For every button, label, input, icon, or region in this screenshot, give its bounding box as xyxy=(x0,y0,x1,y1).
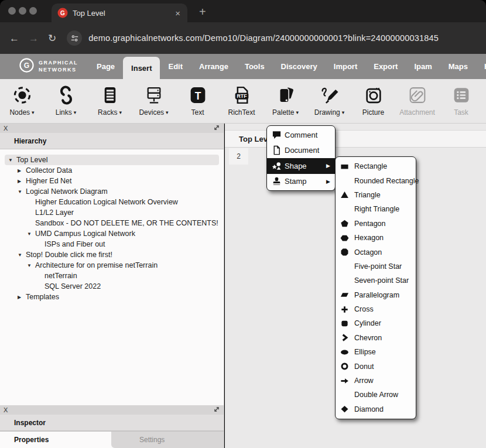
site-info-button[interactable] xyxy=(67,30,82,46)
menu-insert[interactable]: Insert xyxy=(123,57,160,79)
context-menu-item-document[interactable]: Document xyxy=(267,143,335,159)
shape-menu-item-rounded-rectangle[interactable]: Rounded Rectangle xyxy=(336,173,416,187)
shape-menu-item-diamond[interactable]: Diamond xyxy=(336,402,416,416)
shape-menu-item-double-arrow[interactable]: Double Arrow xyxy=(336,388,416,402)
tree-item-label: Logical Network Diagram xyxy=(26,187,108,196)
window-close-button[interactable] xyxy=(8,7,16,15)
url-text[interactable]: demo.graphicalnetworks.com/Demo10/Diagra… xyxy=(88,33,439,43)
tree-item-sandbox-do-not-delete-me-or-the-contents[interactable]: ▼Sandbox - DO NOT DELETE ME, OR THE CONT… xyxy=(0,218,224,228)
shape-menu-item-octagon[interactable]: Octagon xyxy=(336,245,416,259)
tool-drawing[interactable]: Drawing▾ xyxy=(307,79,351,123)
inspector-close-button[interactable]: X xyxy=(4,406,8,413)
text-icon: T xyxy=(187,84,208,105)
shape-menu-item-chevron[interactable]: Chevron xyxy=(336,331,416,345)
tree-item-l1-l2-layer[interactable]: ▼L1/L2 Layer xyxy=(0,207,224,218)
devices-icon xyxy=(143,84,165,105)
tree-item-sql-server-2022[interactable]: ▼SQL Server 2022 xyxy=(0,281,224,292)
inspector-resize-icon[interactable] xyxy=(213,406,220,414)
shape-menu-item-arrow[interactable]: Arrow xyxy=(336,374,416,388)
pentagon-icon xyxy=(340,219,354,228)
tree-item-collector-data[interactable]: ▶Collector Data xyxy=(0,165,224,176)
tree-expanded-icon[interactable]: ▼ xyxy=(8,158,16,163)
tree-item-label: Collector Data xyxy=(26,166,72,175)
hierarchy-resize-icon[interactable] xyxy=(213,124,220,132)
cross-icon xyxy=(340,305,354,314)
tree-expanded-icon[interactable]: ▼ xyxy=(27,263,35,268)
shape-menu-item-hexagon[interactable]: Hexagon xyxy=(336,231,416,245)
menu-ipam[interactable]: Ipam xyxy=(406,54,440,79)
window-zoom-button[interactable] xyxy=(29,7,37,15)
inspector-tab-settings[interactable]: Settings xyxy=(111,432,224,448)
shape-menu-item-parallelogram[interactable]: Parallelogram xyxy=(336,288,416,302)
menu-export[interactable]: Export xyxy=(365,54,406,79)
shape-menu-item-five-point-star[interactable]: Five-point Star xyxy=(336,259,416,273)
menu-edit[interactable]: Edit xyxy=(160,54,191,79)
submenu-arrow-icon: ▶ xyxy=(326,179,330,184)
tool-racks[interactable]: Racks▾ xyxy=(88,79,132,123)
page-tab[interactable]: 2 xyxy=(229,148,248,165)
tool-picture[interactable]: Picture xyxy=(351,79,395,123)
tool-label: Palette xyxy=(272,108,294,117)
menu-page[interactable]: Page xyxy=(88,54,123,79)
site-favicon-icon: G xyxy=(57,8,68,18)
tree-item-umd-campus-logical-network[interactable]: ▼UMD Campus Logical Network xyxy=(0,228,224,239)
back-icon[interactable]: ← xyxy=(9,33,19,43)
tree-item-architecture-for-on-premise-netterrain[interactable]: ▼Architecture for on premise netTerrain xyxy=(0,260,224,271)
tool-links[interactable]: Links▾ xyxy=(44,79,88,123)
links-icon xyxy=(55,84,77,105)
parallelogram-icon xyxy=(340,290,354,300)
tool-palette[interactable]: Palette▾ xyxy=(263,79,307,123)
graphical-networks-logo-icon: G xyxy=(19,57,35,76)
hierarchy-close-button[interactable]: X xyxy=(4,125,8,132)
browser-tab[interactable]: G Top Level × xyxy=(52,4,187,22)
window-minimize-button[interactable] xyxy=(19,7,26,15)
shape-menu-item-seven-point-star[interactable]: Seven-point Star xyxy=(336,273,416,288)
menu-tools[interactable]: Tools xyxy=(237,54,273,79)
caret-down-icon: ▾ xyxy=(119,110,122,115)
tree-item-isps-and-fiber-out[interactable]: ▼ISPs and Fiber out xyxy=(0,239,224,249)
forward-icon[interactable]: → xyxy=(29,33,39,43)
tree-collapsed-icon[interactable]: ▶ xyxy=(18,295,26,300)
shape-menu-item-ellipse[interactable]: Ellipse xyxy=(336,345,416,359)
context-menu-item-shape[interactable]: Shape▶ xyxy=(267,158,335,174)
tree-expanded-icon[interactable]: ▼ xyxy=(18,252,26,258)
shape-menu-item-cross[interactable]: Cross xyxy=(336,302,416,316)
shape-menu-item-donut[interactable]: Donut xyxy=(336,359,416,373)
shape-menu-item-cylinder[interactable]: Cylinder xyxy=(336,316,416,330)
tree-item-stop-double-click-me-first[interactable]: ▼Stop! Double click me first! xyxy=(0,249,224,260)
tree-expanded-icon[interactable]: ▼ xyxy=(18,189,26,194)
context-menu-item-stamp[interactable]: Stamp▶ xyxy=(267,174,335,190)
tree-item-templates[interactable]: ▶Templates xyxy=(0,292,224,302)
menu-import[interactable]: Import xyxy=(326,54,365,79)
tree-collapsed-icon[interactable]: ▶ xyxy=(18,179,26,184)
new-tab-button[interactable]: + xyxy=(196,5,210,19)
tree-item-netterrain[interactable]: ▼netTerrain xyxy=(0,271,224,281)
menu-help[interactable]: Help xyxy=(476,54,486,79)
tool-richtext[interactable]: RTFRichText xyxy=(220,79,263,123)
context-menu-item-comment[interactable]: Comment xyxy=(267,127,335,143)
shape-menu-item-rectangle[interactable]: Rectangle xyxy=(336,159,416,173)
menu-discovery[interactable]: Discovery xyxy=(273,54,326,79)
reload-icon[interactable]: ↻ xyxy=(48,33,56,43)
svg-text:T: T xyxy=(194,90,201,101)
tree-expanded-icon[interactable]: ▼ xyxy=(27,231,35,237)
tree-item-higher-education-logical-network-overview[interactable]: ▼Higher Education Logical Network Overvi… xyxy=(0,197,224,207)
inspector-tab-properties[interactable]: Properties xyxy=(0,432,111,448)
shape-menu-item-right-triangle[interactable]: Right Triangle xyxy=(336,202,416,216)
tree-item-top-level[interactable]: ▼Top Level xyxy=(5,155,219,165)
shape-menu-item-triangle[interactable]: Triangle xyxy=(336,188,416,202)
tool-devices[interactable]: Devices▾ xyxy=(132,79,176,123)
tool-text[interactable]: TText xyxy=(176,79,220,123)
tab-close-button[interactable]: × xyxy=(174,8,182,19)
window-controls[interactable] xyxy=(8,7,37,15)
tool-label-row: RichText xyxy=(228,108,255,117)
tool-label-row: Devices▾ xyxy=(139,108,168,117)
menu-maps[interactable]: Maps xyxy=(440,54,476,79)
shape-menu-item-pentagon[interactable]: Pentagon xyxy=(336,217,416,231)
tree-collapsed-icon[interactable]: ▶ xyxy=(18,168,26,173)
tree-item-higher-ed-net[interactable]: ▶Higher Ed Net xyxy=(0,176,224,186)
tool-nodes[interactable]: Nodes▾ xyxy=(0,79,44,123)
inspector-tabs: PropertiesSettings xyxy=(0,431,224,448)
tree-item-logical-network-diagram[interactable]: ▼Logical Network Diagram xyxy=(0,186,224,197)
menu-arrange[interactable]: Arrange xyxy=(191,54,237,79)
